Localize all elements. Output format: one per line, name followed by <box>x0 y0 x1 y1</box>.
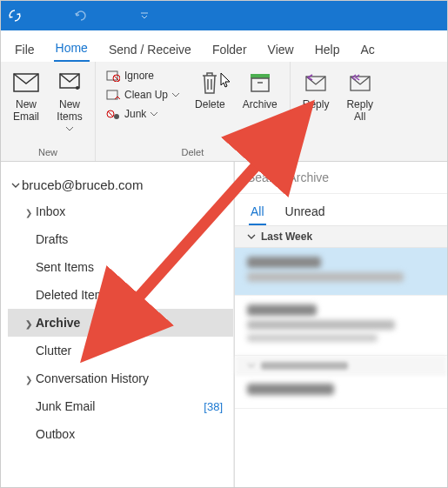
folder-archive[interactable]: ❯Archive <box>8 309 233 337</box>
message-group-header[interactable]: Last Week <box>235 225 447 248</box>
folder-sent[interactable]: Sent Items <box>8 253 233 281</box>
new-items-button[interactable]: New Items <box>51 67 88 135</box>
folder-outbox[interactable]: Outbox <box>8 420 233 448</box>
message-item[interactable] <box>235 248 447 296</box>
folder-conversation-history[interactable]: ❯Conversation History <box>8 364 233 392</box>
message-item[interactable] <box>235 296 447 356</box>
account-header[interactable]: bruceb@bruceb.com <box>8 172 233 197</box>
svg-point-2 <box>76 86 79 90</box>
group-delete-label: Delet <box>103 145 283 159</box>
titlebar <box>1 1 447 30</box>
tab-home[interactable]: Home <box>54 37 90 62</box>
chevron-right-icon: ❯ <box>25 208 32 217</box>
ignore-icon <box>106 70 120 82</box>
search-input[interactable]: Search Archive <box>235 162 447 194</box>
svg-rect-9 <box>251 78 269 91</box>
reply-all-icon <box>348 70 372 95</box>
new-email-button[interactable]: New Email <box>8 67 44 127</box>
sync-icon[interactable] <box>8 9 22 23</box>
new-items-label: New Items <box>57 98 82 124</box>
filter-unread[interactable]: Unread <box>284 201 327 225</box>
new-items-icon <box>57 70 83 95</box>
chevron-down-icon <box>150 112 157 117</box>
ribbon-tabs: File Home Send / Receive Folder View Hel… <box>1 30 447 62</box>
folder-drafts[interactable]: Drafts <box>8 225 233 253</box>
chevron-down-icon <box>11 181 20 190</box>
cleanup-button[interactable]: Clean Up <box>103 86 183 104</box>
new-email-label: New Email <box>13 98 39 124</box>
tab-send-receive[interactable]: Send / Receive <box>107 39 193 62</box>
archive-label: Archive <box>243 98 277 110</box>
folder-clutter[interactable]: Clutter <box>8 337 233 364</box>
junk-count: [38] <box>204 400 223 413</box>
folder-deleted[interactable]: Deleted Items <box>8 281 233 309</box>
ribbon-group-delete: Ignore Clean Up Junk Delete <box>96 62 291 161</box>
tab-file[interactable]: File <box>13 39 37 62</box>
archive-icon <box>249 70 271 95</box>
chevron-down-icon <box>66 127 73 131</box>
reply-label: Reply <box>303 98 330 110</box>
cursor-icon <box>220 72 232 88</box>
filter-tabs: All Unread <box>235 194 447 225</box>
trash-icon <box>199 70 220 95</box>
filter-all[interactable]: All <box>249 201 266 225</box>
folder-inbox[interactable]: ❯Inbox <box>8 197 233 225</box>
svg-rect-3 <box>107 71 117 80</box>
ribbon-group-new: New Email New Items New <box>1 62 96 161</box>
delete-label: Delete <box>195 98 225 110</box>
reply-all-label: Reply All <box>346 98 373 124</box>
archive-button[interactable]: Archive <box>237 67 283 114</box>
junk-icon <box>106 108 120 120</box>
tab-account[interactable]: Ac <box>358 39 376 62</box>
tab-folder[interactable]: Folder <box>211 39 249 62</box>
chevron-down-icon <box>172 93 179 97</box>
ribbon-group-respond: Reply Reply All <box>291 62 385 161</box>
svg-point-7 <box>114 114 119 119</box>
undo-icon[interactable] <box>74 9 88 23</box>
ignore-button[interactable]: Ignore <box>103 67 183 84</box>
message-list-pane: Search Archive All Unread Last Week <box>234 162 447 488</box>
message-item[interactable] <box>235 375 447 409</box>
chevron-down-icon <box>247 232 256 241</box>
cleanup-icon <box>106 89 120 101</box>
reply-all-button[interactable]: Reply All <box>341 67 378 127</box>
message-group-header[interactable] <box>235 356 447 375</box>
chevron-down-icon <box>247 361 256 370</box>
folder-junk[interactable]: Junk Email[38] <box>8 392 233 420</box>
tab-view[interactable]: View <box>266 39 296 62</box>
chevron-right-icon: ❯ <box>25 375 32 384</box>
junk-button[interactable]: Junk <box>103 105 183 123</box>
envelope-icon <box>13 70 39 95</box>
tab-help[interactable]: Help <box>313 39 342 62</box>
customize-dropdown-icon[interactable] <box>140 11 149 20</box>
reply-button[interactable]: Reply <box>298 67 335 114</box>
chevron-right-icon: ❯ <box>25 319 32 329</box>
group-new-label: New <box>8 145 88 159</box>
reply-icon <box>304 70 328 95</box>
folder-pane: bruceb@bruceb.com ❯Inbox Drafts Sent Ite… <box>1 162 234 488</box>
